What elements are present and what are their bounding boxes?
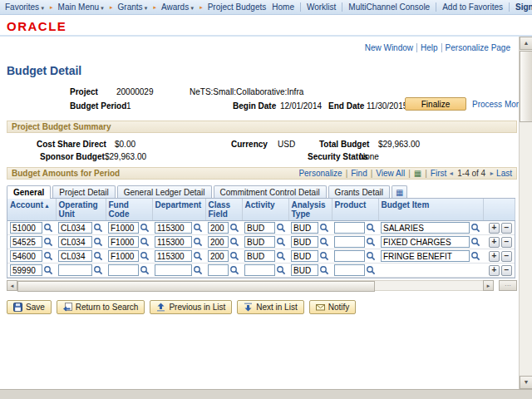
main-menu[interactable]: Main Menu▼ — [58, 2, 105, 12]
sign-out-link[interactable]: Sign out — [509, 2, 532, 12]
department-input[interactable] — [155, 222, 192, 234]
return-to-search-button[interactable]: Return to Search — [57, 300, 145, 314]
favorites-menu[interactable]: Favorites▼ — [5, 2, 45, 12]
analysis-type-input[interactable] — [291, 222, 318, 234]
budget-item-input[interactable] — [381, 250, 470, 262]
finalize-button[interactable]: Finalize — [405, 97, 466, 111]
column-header-product[interactable]: Product — [332, 199, 378, 221]
delete-row-button[interactable]: − — [501, 237, 512, 248]
scroll-down-button[interactable]: ▼ — [520, 376, 532, 389]
lookup-icon[interactable] — [140, 265, 150, 275]
add-row-button[interactable]: + — [489, 237, 500, 248]
department-input[interactable] — [155, 250, 192, 262]
operating-unit-input[interactable] — [58, 264, 92, 276]
add-row-button[interactable]: + — [489, 223, 500, 234]
lookup-icon[interactable] — [276, 265, 286, 275]
find-link[interactable]: Find — [351, 169, 367, 178]
personalize-link[interactable]: Personalize — [298, 169, 342, 178]
class-field-input[interactable] — [208, 264, 229, 276]
add-row-button[interactable]: + — [489, 265, 500, 276]
download-grid-icon[interactable]: ▦ — [414, 169, 421, 178]
notify-button[interactable]: Notify — [309, 300, 357, 314]
lookup-icon[interactable] — [193, 223, 203, 233]
lookup-icon[interactable] — [140, 251, 150, 261]
department-input[interactable] — [155, 236, 192, 248]
lookup-icon[interactable] — [43, 237, 53, 247]
class-field-input[interactable] — [208, 236, 229, 248]
account-input[interactable] — [10, 264, 42, 276]
multichannel-console-link[interactable]: MultiChannel Console — [342, 2, 436, 12]
lookup-icon[interactable] — [229, 251, 239, 261]
add-row-button[interactable]: + — [489, 251, 500, 262]
lookup-icon[interactable] — [140, 223, 150, 233]
account-input[interactable] — [10, 250, 42, 262]
delete-row-button[interactable]: − — [501, 251, 512, 262]
analysis-type-input[interactable] — [291, 264, 318, 276]
activity-input[interactable] — [244, 236, 275, 248]
analysis-type-input[interactable] — [291, 236, 318, 248]
fund-code-input[interactable] — [108, 222, 139, 234]
scroll-right-button[interactable]: ► — [483, 280, 494, 291]
lookup-icon[interactable] — [319, 223, 329, 233]
tab-grants-detail[interactable]: Grants Detail — [328, 185, 390, 198]
lookup-icon[interactable] — [319, 237, 329, 247]
lookup-icon[interactable] — [470, 237, 480, 247]
activity-input[interactable] — [244, 264, 275, 276]
tab-general-ledger-detail[interactable]: General Ledger Detail — [117, 185, 212, 198]
lookup-icon[interactable] — [43, 223, 53, 233]
operating-unit-input[interactable] — [58, 236, 92, 248]
column-header-account[interactable]: Account▲ — [7, 199, 56, 221]
budget-item-input[interactable] — [381, 236, 470, 248]
column-header-fund-code[interactable]: Fund Code — [106, 199, 152, 221]
account-input[interactable] — [10, 236, 42, 248]
home-link[interactable]: Home — [266, 2, 300, 12]
lookup-icon[interactable] — [229, 237, 239, 247]
delete-row-button[interactable]: − — [501, 223, 512, 234]
product-input[interactable] — [334, 222, 365, 234]
department-input[interactable] — [155, 264, 192, 276]
tab-project-detail[interactable]: Project Detail — [52, 185, 115, 198]
product-input[interactable] — [334, 264, 365, 276]
first-link[interactable]: First — [431, 169, 446, 178]
class-field-input[interactable] — [208, 250, 229, 262]
lookup-icon[interactable] — [193, 265, 203, 275]
lookup-icon[interactable] — [319, 251, 329, 261]
lookup-icon[interactable] — [366, 251, 376, 261]
fund-code-input[interactable] — [108, 264, 139, 276]
lookup-icon[interactable] — [470, 223, 480, 233]
lookup-icon[interactable] — [93, 237, 103, 247]
view-all-link[interactable]: View All — [376, 169, 405, 178]
breadcrumb-awards[interactable]: Awards▼ — [161, 2, 195, 12]
horizontal-scroll-thumb[interactable] — [17, 281, 375, 292]
column-header-class-field[interactable]: Class Field — [205, 199, 242, 221]
tab-general[interactable]: General — [7, 185, 51, 199]
column-header-analysis-type[interactable]: Analysis Type — [288, 199, 332, 221]
lookup-icon[interactable] — [140, 237, 150, 247]
column-header-budget-item[interactable]: Budget Item — [378, 199, 483, 221]
activity-input[interactable] — [244, 222, 275, 234]
lookup-icon[interactable] — [366, 223, 376, 233]
column-header-activity[interactable]: Activity — [242, 199, 288, 221]
column-header-operating-unit[interactable]: Operating Unit — [56, 199, 106, 221]
previous-page-icon[interactable]: ◄ — [448, 170, 454, 176]
show-all-columns-tab[interactable]: ▦ — [392, 185, 407, 198]
column-header-department[interactable]: Department — [152, 199, 205, 221]
budget-item-input[interactable] — [381, 222, 470, 234]
lookup-icon[interactable] — [229, 223, 239, 233]
lookup-icon[interactable] — [229, 265, 239, 275]
account-input[interactable] — [10, 222, 42, 234]
help-link[interactable]: Help — [416, 43, 441, 52]
lookup-icon[interactable] — [276, 251, 286, 261]
analysis-type-input[interactable] — [291, 250, 318, 262]
save-button[interactable]: Save — [7, 300, 52, 314]
add-to-favorites-link[interactable]: Add to Favorites — [436, 2, 509, 12]
lookup-icon[interactable] — [276, 223, 286, 233]
new-window-link[interactable]: New Window — [362, 43, 416, 52]
lookup-icon[interactable] — [193, 251, 203, 261]
fund-code-input[interactable] — [108, 236, 139, 248]
breadcrumb-grants[interactable]: Grants▼ — [118, 2, 149, 12]
lookup-icon[interactable] — [93, 265, 103, 275]
fund-code-input[interactable] — [108, 250, 139, 262]
lookup-icon[interactable] — [193, 237, 203, 247]
breadcrumb-project-budgets[interactable]: Project Budgets — [208, 2, 267, 12]
